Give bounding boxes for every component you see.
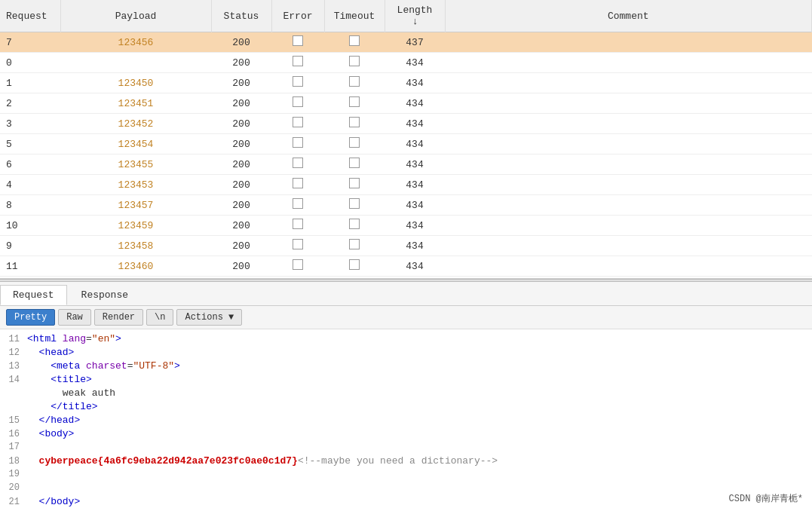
cell-timeout xyxy=(324,216,385,236)
code-line: 19 xyxy=(0,468,812,482)
error-checkbox[interactable] xyxy=(293,198,303,209)
error-checkbox[interactable] xyxy=(293,76,303,87)
cell-error xyxy=(271,195,324,216)
timeout-checkbox[interactable] xyxy=(349,219,360,229)
code-line: 18 cyberpeace{4a6fc9eba22d942aa7e023fc0a… xyxy=(0,454,812,468)
tab-response[interactable]: Response xyxy=(69,285,141,305)
table-row[interactable]: 0 200 434 xyxy=(0,53,812,73)
cell-length: 434 xyxy=(385,195,445,216)
results-table-section: Request Payload Status Error Timeout Len… xyxy=(0,0,812,279)
cell-length: 434 xyxy=(385,53,445,73)
timeout-checkbox[interactable] xyxy=(349,56,360,66)
tab-request[interactable]: Request xyxy=(0,285,67,305)
cell-error xyxy=(271,216,324,236)
btn-render[interactable]: Render xyxy=(94,309,143,326)
table-row[interactable]: 2 123451 200 434 xyxy=(0,93,812,114)
timeout-checkbox[interactable] xyxy=(349,178,360,188)
timeout-checkbox[interactable] xyxy=(349,259,360,270)
error-checkbox[interactable] xyxy=(293,158,303,168)
col-header-status[interactable]: Status xyxy=(211,0,271,32)
table-body: 7 123456 200 437 0 200 434 1 123450 200 … xyxy=(0,32,812,280)
error-checkbox[interactable] xyxy=(293,178,303,188)
line-number: 19 xyxy=(0,469,27,479)
cell-comment xyxy=(445,73,812,93)
col-header-payload[interactable]: Payload xyxy=(60,0,211,32)
table-row[interactable]: 6 123455 200 434 xyxy=(0,155,812,175)
col-header-comment[interactable]: Comment xyxy=(445,0,812,32)
results-table: Request Payload Status Error Timeout Len… xyxy=(0,0,812,279)
cell-comment xyxy=(445,195,812,216)
code-line: 16 <body> xyxy=(0,427,812,441)
table-row[interactable]: 4 123453 200 434 xyxy=(0,175,812,195)
cell-comment xyxy=(445,134,812,155)
btn-raw[interactable]: Raw xyxy=(58,309,91,326)
cell-length: 434 xyxy=(385,236,445,256)
cell-timeout xyxy=(324,134,385,155)
cell-timeout xyxy=(324,32,385,53)
cell-request: 11 xyxy=(0,256,60,277)
col-header-error[interactable]: Error xyxy=(271,0,324,32)
cell-error xyxy=(271,175,324,195)
btn-actions[interactable]: Actions ▼ xyxy=(176,309,242,326)
code-line: 14 <title> xyxy=(0,373,812,387)
error-checkbox[interactable] xyxy=(293,117,303,127)
cell-error xyxy=(271,155,324,175)
timeout-checkbox[interactable] xyxy=(349,137,360,148)
cell-request: 3 xyxy=(0,114,60,134)
timeout-checkbox[interactable] xyxy=(349,198,360,209)
timeout-checkbox[interactable] xyxy=(349,158,360,168)
table-row[interactable]: 8 123457 200 434 xyxy=(0,195,812,216)
line-content: <meta charset="UTF-8"> xyxy=(27,360,812,372)
timeout-checkbox[interactable] xyxy=(349,76,360,87)
cell-payload: 123450 xyxy=(60,73,211,93)
cell-timeout xyxy=(324,236,385,256)
error-checkbox[interactable] xyxy=(293,259,303,270)
cell-error xyxy=(271,134,324,155)
cell-request: 1 xyxy=(0,73,60,93)
cell-status: 200 xyxy=(211,175,271,195)
sort-indicator: ↓ xyxy=(412,16,418,27)
cell-status: 200 xyxy=(211,195,271,216)
cell-request: 2 xyxy=(0,93,60,114)
code-line: </title> xyxy=(0,400,812,414)
error-checkbox[interactable] xyxy=(293,96,303,107)
table-row[interactable]: 3 123452 200 434 xyxy=(0,114,812,134)
toolbar-row: Pretty Raw Render \n Actions ▼ xyxy=(0,306,812,329)
col-header-request[interactable]: Request xyxy=(0,0,60,32)
table-row[interactable]: 1 123450 200 434 xyxy=(0,73,812,93)
timeout-checkbox[interactable] xyxy=(349,35,360,46)
cell-length: 434 xyxy=(385,93,445,114)
table-row[interactable]: 10 123459 200 434 xyxy=(0,216,812,236)
line-content: <head> xyxy=(27,347,812,358)
cell-status: 200 xyxy=(211,256,271,277)
cell-request: 6 xyxy=(0,155,60,175)
cell-comment xyxy=(445,155,812,175)
error-checkbox[interactable] xyxy=(293,137,303,148)
table-row[interactable]: 9 123458 200 434 xyxy=(0,236,812,256)
cell-comment xyxy=(445,236,812,256)
cell-status: 200 xyxy=(211,93,271,114)
error-checkbox[interactable] xyxy=(293,35,303,46)
cell-payload: 123457 xyxy=(60,195,211,216)
btn-newline[interactable]: \n xyxy=(146,309,173,326)
table-row[interactable]: 11 123460 200 434 xyxy=(0,256,812,277)
cell-timeout xyxy=(324,256,385,277)
cell-request: 8 xyxy=(0,195,60,216)
table-row[interactable]: 7 123456 200 437 xyxy=(0,32,812,53)
error-checkbox[interactable] xyxy=(293,56,303,66)
error-checkbox[interactable] xyxy=(293,219,303,229)
line-content: <body> xyxy=(27,428,812,439)
cell-timeout xyxy=(324,155,385,175)
timeout-checkbox[interactable] xyxy=(349,117,360,127)
col-header-length[interactable]: Length ↓ xyxy=(385,0,445,32)
timeout-checkbox[interactable] xyxy=(349,239,360,249)
error-checkbox[interactable] xyxy=(293,239,303,249)
line-content: weak auth xyxy=(27,387,812,399)
btn-pretty[interactable]: Pretty xyxy=(6,309,55,326)
table-row[interactable]: 5 123454 200 434 xyxy=(0,134,812,155)
cell-length: 434 xyxy=(385,155,445,175)
timeout-checkbox[interactable] xyxy=(349,96,360,107)
code-line: 13 <meta charset="UTF-8"> xyxy=(0,360,812,373)
col-header-timeout[interactable]: Timeout xyxy=(324,0,385,32)
line-number: 15 xyxy=(0,415,27,426)
